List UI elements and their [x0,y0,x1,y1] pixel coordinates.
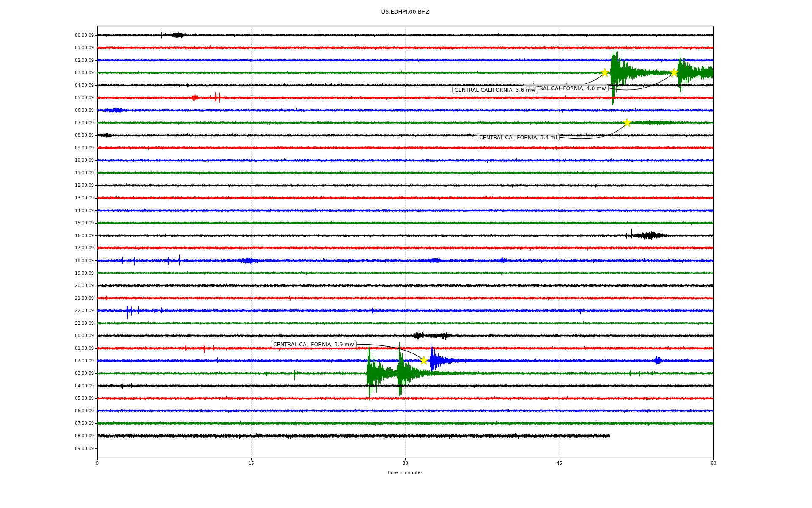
y-tick-label: 18:00:09 [54,258,94,263]
x-tick-label: 15 [241,461,261,466]
x-axis-label: time in minutes [97,470,713,475]
x-tick-label: 30 [395,461,415,466]
y-tick-label: 20:00:09 [54,283,94,288]
y-tick-label: 17:00:09 [54,245,94,251]
x-tick-label: 45 [549,461,570,466]
y-tick-label: 15:00:09 [54,220,94,226]
y-tick-label: 06:00:09 [54,108,94,113]
y-tick-label: 02:00:09 [54,58,94,63]
y-tick-label: 08:00:09 [54,133,94,138]
y-tick-label: 13:00:09 [54,195,94,201]
y-tick-label: 09:00:09 [54,446,94,451]
y-tick-label: 02:00:09 [54,358,94,364]
y-tick-label: 09:00:09 [54,145,94,151]
y-tick-label: 23:00:09 [54,320,94,326]
event-annotation-label: CENTRAL CALIFORNIA, 3.9 mw [271,340,357,348]
figure: US.EDHPI.00.BHZ time in minutes 00:00:09… [0,0,812,508]
y-tick-label: 01:00:09 [54,345,94,351]
y-tick-label: 14:00:09 [54,208,94,213]
y-tick-label: 11:00:09 [54,170,94,176]
y-tick-label: 06:00:09 [54,408,94,414]
event-annotation-label: CENTRAL CALIFORNIA, 3.4 ml [477,133,560,141]
x-tick-label: 60 [703,461,724,466]
chart-title: US.EDHPI.00.BHZ [97,8,713,15]
y-tick-label: 04:00:09 [54,383,94,389]
y-tick-label: 08:00:09 [54,433,94,439]
y-tick-label: 00:00:09 [54,33,94,38]
y-tick-label: 07:00:09 [54,420,94,426]
y-tick-label: 10:00:09 [54,157,94,163]
y-tick-label: 03:00:09 [54,370,94,376]
y-tick-label: 00:00:09 [54,333,94,338]
y-tick-label: 22:00:09 [54,308,94,313]
y-tick-label: 21:00:09 [54,295,94,301]
y-tick-label: 16:00:09 [54,233,94,238]
event-annotation-label: CENTRAL CALIFORNIA, 3.6 mw [452,86,538,94]
y-tick-label: 04:00:09 [54,83,94,88]
y-tick-label: 05:00:09 [54,395,94,401]
seismogram-canvas [0,0,812,508]
y-tick-label: 12:00:09 [54,182,94,188]
y-tick-label: 03:00:09 [54,70,94,75]
x-tick-label: 0 [87,461,107,466]
y-tick-label: 05:00:09 [54,95,94,100]
y-tick-label: 01:00:09 [54,45,94,50]
y-tick-label: 07:00:09 [54,120,94,126]
y-tick-label: 19:00:09 [54,271,94,276]
